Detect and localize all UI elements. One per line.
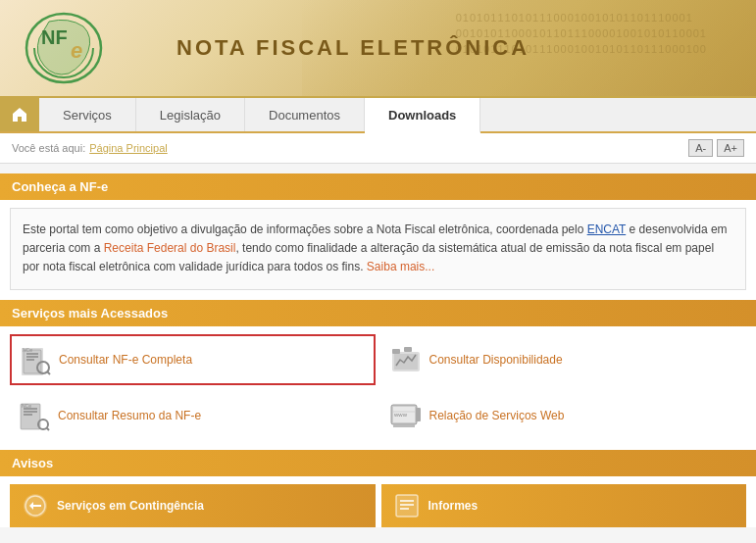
breadcrumb-bar: Você está aqui: Página Principal A- A+: [0, 133, 756, 164]
informes-icon: [393, 492, 421, 519]
svg-text:NCe: NCe: [22, 403, 31, 409]
nav-downloads[interactable]: Downloads: [365, 98, 480, 133]
navigation-bar: Serviços Legislação Documentos Downloads: [0, 98, 756, 133]
nav-servicos[interactable]: Serviços: [39, 98, 136, 131]
service-label-resumo: Consultar Resumo da NF-e: [58, 409, 201, 422]
receita-link[interactable]: Receita Federal do Brasil: [104, 241, 236, 255]
saiba-mais-link[interactable]: Saiba mais...: [367, 260, 434, 273]
conheca-info-box: Este portal tem como objetivo a divulgaç…: [10, 208, 746, 290]
disponibilidade-icon: [390, 344, 422, 375]
svg-text:e: e: [71, 38, 82, 63]
service-consultar-resumo[interactable]: NCe Consultar Resumo da NF-e: [10, 391, 376, 440]
nav-documentos[interactable]: Documentos: [245, 98, 365, 131]
service-consultar-disponibilidade[interactable]: Consultar Disponibilidade: [381, 334, 747, 385]
info-text-1: Este portal tem como objetivo a divulgaç…: [23, 222, 587, 236]
header-title-area: NOTA FISCAL ELETRÔNICA: [176, 0, 756, 96]
nfe-resumo-icon: NCe: [19, 400, 50, 431]
aviso-contingencia[interactable]: Serviços em Contingência: [10, 484, 376, 527]
nfe-logo: NF e: [20, 7, 108, 90]
svg-rect-27: [393, 424, 415, 427]
svg-rect-30: [396, 495, 418, 517]
breadcrumb-current[interactable]: Página Principal: [89, 142, 168, 154]
service-label-relacao: Relação de Serviços Web: [429, 409, 565, 422]
aviso-informes-label: Informes: [428, 499, 479, 513]
svg-rect-14: [404, 347, 412, 352]
avisos-grid: Serviços em Contingência Informes: [10, 484, 746, 527]
header-title-text: NOTA FISCAL ELETRÔNICA: [176, 35, 529, 61]
page-header: 0101011101011100010010101101110001 00101…: [0, 0, 756, 98]
logo-area: NF e: [0, 7, 108, 90]
svg-rect-13: [392, 349, 400, 354]
home-icon: [11, 106, 28, 123]
service-label-disponibilidade: Consultar Disponibilidade: [429, 353, 563, 367]
svg-text:NF: NF: [41, 26, 68, 48]
services-grid: NCe Consultar NF-e Completa Consultar Di…: [10, 334, 746, 440]
servicos-web-icon: www: [390, 400, 422, 431]
svg-line-21: [47, 427, 50, 430]
service-relacao-servicos[interactable]: www Relação de Serviços Web: [381, 391, 747, 440]
conheca-section-header: Conheça a NF-e: [0, 173, 756, 200]
nfe-magnify-icon: NCe: [20, 344, 51, 375]
servicos-section-header: Serviços mais Acessados: [0, 300, 756, 326]
svg-rect-26: [416, 408, 421, 421]
aviso-informes[interactable]: Informes: [381, 484, 747, 527]
breadcrumb: Você está aqui: Página Principal: [12, 142, 168, 154]
font-decrease-button[interactable]: A-: [688, 139, 713, 157]
nav-home-button[interactable]: [0, 98, 39, 131]
nav-legislacao[interactable]: Legislação: [136, 98, 245, 131]
avisos-section-header: Avisos: [0, 450, 756, 476]
aviso-contingencia-label: Serviços em Contingência: [57, 499, 204, 513]
font-controls: A- A+: [688, 139, 744, 157]
service-label-consultar-nfe: Consultar NF-e Completa: [59, 353, 192, 367]
svg-line-9: [47, 371, 50, 374]
breadcrumb-prefix: Você está aqui:: [12, 142, 85, 154]
svg-text:NCe: NCe: [23, 347, 32, 353]
service-consultar-nfe-completa[interactable]: NCe Consultar NF-e Completa: [10, 334, 376, 385]
contingencia-icon: [22, 492, 49, 519]
encat-link[interactable]: ENCAT: [587, 222, 627, 236]
svg-text:www: www: [393, 412, 408, 418]
font-increase-button[interactable]: A+: [717, 139, 744, 157]
main-content: Conheça a NF-e Este portal tem como obje…: [0, 173, 756, 527]
